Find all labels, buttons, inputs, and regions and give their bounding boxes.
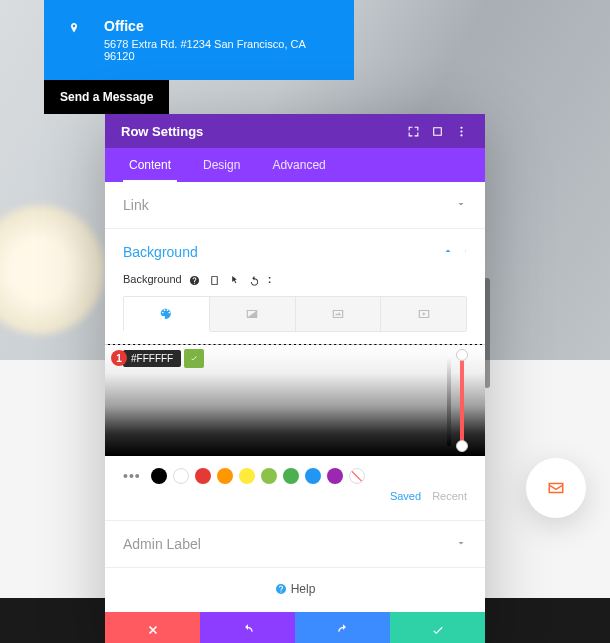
hue-handle-top[interactable] [456,349,468,361]
section-background: Background Background : 1 #FFFFFF [105,229,485,521]
swatch-none[interactable] [349,468,365,484]
hue-handle-bottom[interactable] [456,440,468,452]
swatch-yellow[interactable] [239,468,255,484]
swatch-black[interactable] [151,468,167,484]
office-address: 5678 Extra Rd. #1234 San Francisco, CA 9… [104,38,334,62]
hue-slider[interactable] [455,355,469,446]
color-hex-value[interactable]: #FFFFFF [123,350,181,367]
location-pin-icon [68,20,80,40]
swatch-saved-tab[interactable]: Saved [390,490,429,502]
undo-button[interactable] [200,612,295,643]
hover-icon[interactable] [228,273,242,286]
swatch-lime[interactable] [261,468,277,484]
colon: : [268,273,272,285]
save-button[interactable] [390,612,485,643]
modal-tabs: Content Design Advanced [105,148,485,182]
contact-fab[interactable] [526,458,586,518]
cancel-button[interactable] [105,612,200,643]
background-type-tabs [123,296,467,332]
color-swatches: ••• [123,456,467,490]
tab-advanced[interactable]: Advanced [256,148,341,182]
swatch-white[interactable] [173,468,189,484]
color-gradient-preview[interactable]: 1 #FFFFFF [105,344,485,456]
office-card: Office 5678 Extra Rd. #1234 San Francisc… [44,0,354,80]
svg-point-1 [460,131,462,133]
help-label: Help [291,582,316,596]
expand-icon[interactable] [401,122,425,140]
step-badge-1: 1 [111,350,127,366]
swatch-tabs: Saved Recent [123,490,467,506]
svg-point-5 [465,252,466,253]
swatch-blue[interactable] [305,468,321,484]
swatch-green[interactable] [283,468,299,484]
bg-tab-image[interactable] [296,297,382,331]
background-label: Background [123,273,182,285]
color-input-chip: 1 #FFFFFF [111,349,204,368]
redo-button[interactable] [295,612,390,643]
svg-point-0 [460,127,462,129]
office-title: Office [104,18,334,34]
confirm-color-button[interactable] [184,349,204,368]
tab-design[interactable]: Design [187,148,256,182]
tab-content[interactable]: Content [113,148,187,182]
chevron-up-icon [442,243,454,261]
row-settings-modal: Row Settings Content Design Advanced Lin… [105,114,485,643]
modal-actions [105,612,485,643]
swatch-orange[interactable] [217,468,233,484]
chevron-down-icon [455,535,467,553]
modal-title: Row Settings [121,124,401,139]
section-admin-label[interactable]: Admin Label [105,521,485,568]
svg-point-3 [465,250,466,251]
svg-point-4 [465,251,466,252]
section-background-label: Background [123,244,442,260]
background-toolbar: Background : [123,273,467,286]
svg-point-2 [460,134,462,136]
section-more-icon[interactable] [454,243,467,261]
swatch-purple[interactable] [327,468,343,484]
tablet-icon[interactable] [208,273,222,286]
section-link-label: Link [123,197,455,213]
brightness-track[interactable] [447,355,451,446]
bg-tab-video[interactable] [381,297,466,331]
chevron-down-icon [455,196,467,214]
more-icon[interactable] [449,122,473,140]
reset-icon[interactable] [248,273,262,286]
help-icon[interactable] [188,273,202,286]
bg-tab-gradient[interactable] [210,297,296,331]
send-message-button[interactable]: Send a Message [44,80,169,114]
mail-icon [544,479,568,497]
help-link[interactable]: Help [105,568,485,612]
section-link[interactable]: Link [105,182,485,229]
swatch-red[interactable] [195,468,211,484]
section-admin-label-text: Admin Label [123,536,455,552]
snap-icon[interactable] [425,122,449,140]
bg-tab-color[interactable] [124,297,210,331]
swatch-recent-tab[interactable]: Recent [432,490,467,502]
modal-header[interactable]: Row Settings [105,114,485,148]
swatches-more-icon[interactable]: ••• [123,468,145,484]
section-background-head[interactable]: Background [123,243,467,261]
